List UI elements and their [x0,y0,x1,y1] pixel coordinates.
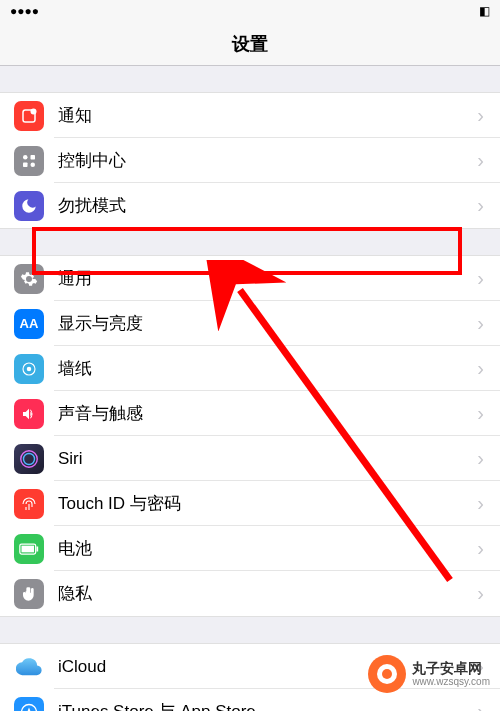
section-gap [0,66,500,92]
row-control-center[interactable]: 控制中心 › [0,138,500,183]
row-touchid[interactable]: Touch ID 与密码 › [0,481,500,526]
text-size-icon: AA [14,309,44,339]
chevron-right-icon: › [477,537,484,560]
row-display[interactable]: AA 显示与亮度 › [0,301,500,346]
svg-point-2 [23,155,28,160]
hand-icon [14,579,44,609]
chevron-right-icon: › [477,402,484,425]
battery-icon [14,534,44,564]
watermark: 丸子安卓网 www.wzsqsy.com [368,655,490,693]
status-bar: ●●●● ◧ [0,0,500,22]
cloud-icon [14,652,44,682]
row-label: 勿扰模式 [58,194,477,217]
row-label: 显示与亮度 [58,312,477,335]
svg-rect-11 [22,545,35,552]
chevron-right-icon: › [477,149,484,172]
chevron-right-icon: › [477,357,484,380]
watermark-title: 丸子安卓网 [412,661,490,676]
row-label: 通用 [58,267,477,290]
chevron-right-icon: › [477,492,484,515]
row-label: Siri [58,449,477,469]
battery-indicator: ◧ [479,4,490,18]
chevron-right-icon: › [477,582,484,605]
chevron-right-icon: › [477,104,484,127]
page-title: 设置 [232,32,268,56]
row-notifications[interactable]: 通知 › [0,93,500,138]
svg-rect-4 [23,162,28,167]
row-label: iTunes Store 与 App Store [58,700,477,711]
watermark-logo-icon [368,655,406,693]
chevron-right-icon: › [477,267,484,290]
row-wallpaper[interactable]: 墙纸 › [0,346,500,391]
section-gap [0,617,500,643]
row-siri[interactable]: Siri › [0,436,500,481]
notifications-icon [14,101,44,131]
speaker-icon [14,399,44,429]
chevron-right-icon: › [477,447,484,470]
moon-icon [14,191,44,221]
svg-rect-5 [31,155,36,160]
row-label: 隐私 [58,582,477,605]
chevron-right-icon: › [477,700,484,711]
row-battery[interactable]: 电池 › [0,526,500,571]
row-label: 通知 [58,104,477,127]
row-privacy[interactable]: 隐私 › [0,571,500,616]
carrier-label: ●●●● [10,4,39,18]
settings-section-2: 通用 › AA 显示与亮度 › 墙纸 › 声音与触感 › Siri › Touc… [0,255,500,617]
svg-rect-12 [37,546,39,551]
svg-point-7 [27,366,32,371]
row-dnd[interactable]: 勿扰模式 › [0,183,500,228]
wallpaper-icon [14,354,44,384]
row-general[interactable]: 通用 › [0,256,500,301]
row-label: 电池 [58,537,477,560]
appstore-icon [14,697,44,712]
svg-point-3 [31,162,36,167]
section-gap [0,229,500,255]
row-label: Touch ID 与密码 [58,492,477,515]
nav-header: 设置 [0,22,500,66]
watermark-url: www.wzsqsy.com [412,676,490,687]
control-center-icon [14,146,44,176]
svg-point-1 [31,108,37,114]
row-sounds[interactable]: 声音与触感 › [0,391,500,436]
row-label: 墙纸 [58,357,477,380]
fingerprint-icon [14,489,44,519]
chevron-right-icon: › [477,312,484,335]
row-label: 声音与触感 [58,402,477,425]
siri-icon [14,444,44,474]
row-label: 控制中心 [58,149,477,172]
chevron-right-icon: › [477,194,484,217]
settings-section-1: 通知 › 控制中心 › 勿扰模式 › [0,92,500,229]
svg-point-9 [24,453,35,464]
gear-icon [14,264,44,294]
